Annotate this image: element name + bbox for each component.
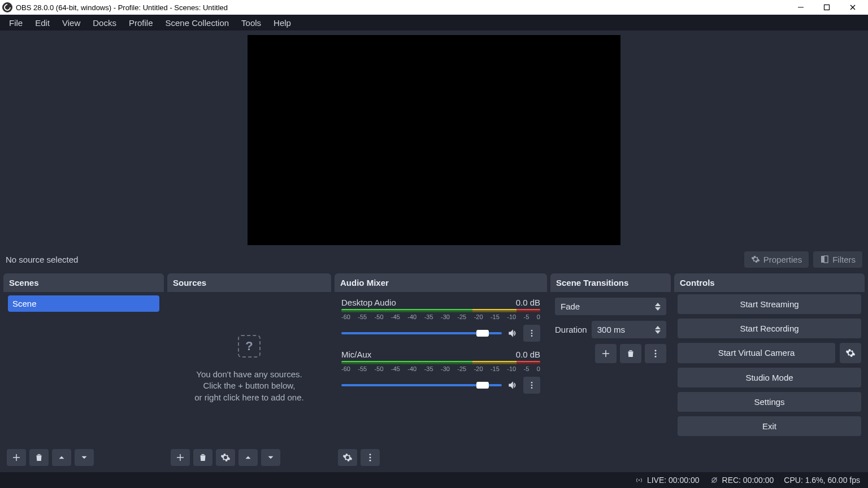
updown-icon [655,302,661,311]
properties-label: Properties [763,255,802,264]
mute-button[interactable] [506,379,519,391]
move-source-down-button[interactable] [261,449,280,466]
speaker-icon [507,380,518,391]
mute-button[interactable] [506,327,519,339]
mixer-options-button[interactable] [523,377,540,394]
audio-mixer-dock: Audio Mixer Desktop Audio 0.0 dB -60-55-… [335,273,547,470]
svg-point-5 [531,333,533,334]
record-icon [710,476,719,485]
volume-slider[interactable] [341,332,502,334]
mixer-options-button[interactable] [523,325,540,342]
trash-icon [198,452,208,463]
move-scene-down-button[interactable] [75,449,94,466]
volume-slider[interactable] [341,384,502,386]
preview-canvas[interactable] [248,35,620,245]
menubar: File Edit View Docks Profile Scene Colle… [0,15,868,30]
menu-scene-collection[interactable]: Scene Collection [160,16,235,30]
mixer-db: 0.0 dB [516,298,540,307]
svg-rect-1 [824,5,830,10]
mixer-settings-button[interactable] [338,449,357,466]
source-status-text: No source selected [6,255,78,264]
minimize-button[interactable] [788,0,814,15]
svg-point-11 [370,457,371,459]
speaker-icon [507,328,518,339]
filters-icon [820,255,829,264]
duration-label: Duration [555,325,587,334]
add-transition-button[interactable] [595,344,617,363]
sources-empty-line3: or right click here to add one. [194,392,303,403]
svg-rect-3 [824,256,828,263]
remove-scene-button[interactable] [29,449,49,466]
properties-button[interactable]: Properties [744,251,809,268]
menu-profile[interactable]: Profile [123,16,159,30]
status-bar: LIVE: 00:00:00 REC: 00:00:00 CPU: 1.6%, … [0,472,868,488]
transition-menu-button[interactable] [645,344,666,363]
close-button[interactable] [840,0,866,15]
exit-button[interactable]: Exit [678,416,861,436]
menu-file[interactable]: File [3,16,28,30]
source-properties-button[interactable] [216,449,235,466]
meter-ticks: -60-55-50-45-40-35-30-25-20-15-10-50 [341,365,540,372]
svg-point-10 [370,454,371,455]
preview-toolbar: No source selected Properties Filters [0,249,868,270]
start-recording-button[interactable]: Start Recording [678,319,861,338]
remove-source-button[interactable] [193,449,212,466]
svg-point-6 [531,335,533,337]
remove-transition-button[interactable] [620,344,641,363]
audio-meter [341,309,540,312]
mixer-menu-button[interactable] [361,449,380,466]
move-scene-up-button[interactable] [52,449,71,466]
start-virtual-camera-button[interactable]: Start Virtual Camera [678,343,835,363]
sources-empty-line1: You don't have any sources. [196,369,302,380]
mixer-item-mic-aux: Mic/Aux 0.0 dB -60-55-50-45-40-35-30-25-… [338,347,544,399]
gear-icon [220,452,231,463]
menu-docks[interactable]: Docks [87,16,122,30]
svg-point-7 [531,382,533,384]
scene-item[interactable]: Scene [8,295,159,312]
svg-rect-2 [821,256,824,263]
virtual-camera-settings-button[interactable] [840,343,861,363]
gear-icon [845,348,856,358]
svg-point-12 [370,460,371,461]
studio-mode-button[interactable]: Studio Mode [678,368,861,387]
menu-edit[interactable]: Edit [29,16,55,30]
scenes-header[interactable]: Scenes [3,273,164,292]
move-source-up-button[interactable] [238,449,258,466]
audio-meter [341,361,540,364]
transition-select[interactable]: Fade [555,298,666,315]
maximize-button[interactable] [814,0,840,15]
add-scene-button[interactable] [7,449,26,466]
meter-ticks: -60-55-50-45-40-35-30-25-20-15-10-50 [341,313,540,320]
broadcast-icon [635,476,644,485]
scenes-dock: Scenes Scene [3,273,164,470]
controls-dock: Controls Start Streaming Start Recording… [674,273,865,470]
chevron-up-icon [57,452,67,463]
plus-icon [601,348,611,359]
menu-tools[interactable]: Tools [236,16,267,30]
plus-icon [11,452,21,463]
sources-header[interactable]: Sources [167,273,331,292]
sources-list[interactable]: ? You don't have any sources. Click the … [167,292,331,446]
menu-help[interactable]: Help [268,16,297,30]
add-source-button[interactable] [171,449,190,466]
mixer-db: 0.0 dB [516,350,540,359]
status-rec: REC: 00:00:00 [710,476,774,485]
svg-point-8 [531,385,533,386]
settings-button[interactable]: Settings [678,392,861,412]
audio-mixer-header[interactable]: Audio Mixer [335,273,547,292]
trash-icon [34,452,44,463]
filters-button[interactable]: Filters [813,251,862,268]
svg-rect-0 [798,7,804,8]
duration-spinner[interactable]: 300 ms [592,321,666,338]
window-title: OBS 28.0.0 (64-bit, windows) - Profile: … [16,3,228,12]
controls-header[interactable]: Controls [674,273,865,292]
titlebar: OBS 28.0.0 (64-bit, windows) - Profile: … [0,0,868,15]
question-icon: ? [238,335,261,358]
kebab-icon [527,381,536,390]
transitions-header[interactable]: Scene Transitions [550,273,671,292]
start-streaming-button[interactable]: Start Streaming [678,294,861,314]
menu-view[interactable]: View [57,16,86,30]
transition-selected-label: Fade [561,302,580,311]
obs-logo-icon [2,2,12,12]
gear-icon [342,452,353,463]
